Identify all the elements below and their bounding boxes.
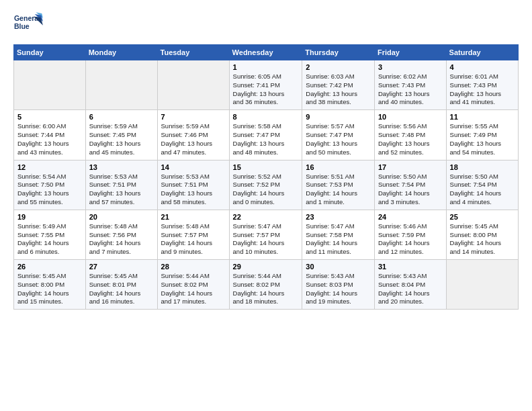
day-info: Sunrise: 5:47 AMSunset: 7:57 PMDaylight:… xyxy=(233,222,299,257)
calendar-table: SundayMondayTuesdayWednesdayThursdayFrid… xyxy=(13,44,519,310)
day-number: 6 xyxy=(89,113,154,121)
calendar-cell-w3d7: 18Sunrise: 5:50 AMSunset: 7:54 PMDayligh… xyxy=(446,160,518,210)
calendar-cell-w1d5: 2Sunrise: 6:03 AMSunset: 7:42 PMDaylight… xyxy=(302,60,375,110)
day-info: Sunrise: 5:55 AMSunset: 7:49 PMDaylight:… xyxy=(450,122,515,156)
weekday-header-row: SundayMondayTuesdayWednesdayThursdayFrid… xyxy=(14,45,519,60)
weekday-tuesday: Tuesday xyxy=(157,45,229,60)
weekday-thursday: Thursday xyxy=(302,45,375,60)
calendar-cell-w1d7: 4Sunrise: 6:01 AMSunset: 7:43 PMDaylight… xyxy=(446,60,518,110)
day-info: Sunrise: 5:45 AMSunset: 8:01 PMDaylight:… xyxy=(89,272,154,306)
day-info: Sunrise: 5:59 AMSunset: 7:46 PMDaylight:… xyxy=(161,122,226,156)
calendar-cell-w1d4: 1Sunrise: 6:05 AMSunset: 7:41 PMDaylight… xyxy=(229,60,302,110)
calendar-cell-w3d4: 15Sunrise: 5:52 AMSunset: 7:52 PMDayligh… xyxy=(229,160,302,210)
calendar-body: 1Sunrise: 6:05 AMSunset: 7:41 PMDaylight… xyxy=(14,60,519,310)
calendar-week-2: 5Sunrise: 6:00 AMSunset: 7:44 PMDaylight… xyxy=(14,110,519,160)
calendar-cell-w5d7 xyxy=(446,260,518,310)
calendar-cell-w1d3 xyxy=(157,60,229,110)
day-number: 11 xyxy=(450,113,515,121)
day-info: Sunrise: 6:03 AMSunset: 7:42 PMDaylight:… xyxy=(306,73,371,107)
calendar-cell-w5d1: 26Sunrise: 5:45 AMSunset: 8:00 PMDayligh… xyxy=(14,260,86,310)
calendar-cell-w2d3: 7Sunrise: 5:59 AMSunset: 7:46 PMDaylight… xyxy=(157,110,229,160)
svg-text:Blue: Blue xyxy=(14,22,30,30)
day-info: Sunrise: 5:57 AMSunset: 7:47 PMDaylight:… xyxy=(306,122,371,156)
calendar-cell-w4d1: 19Sunrise: 5:49 AMSunset: 7:55 PMDayligh… xyxy=(14,210,86,259)
day-info: Sunrise: 5:59 AMSunset: 7:45 PMDaylight:… xyxy=(89,122,154,156)
day-info: Sunrise: 5:56 AMSunset: 7:48 PMDaylight:… xyxy=(378,122,443,156)
day-info: Sunrise: 5:50 AMSunset: 7:54 PMDaylight:… xyxy=(450,173,515,207)
day-number: 21 xyxy=(161,213,226,221)
calendar-cell-w4d5: 23Sunrise: 5:47 AMSunset: 7:58 PMDayligh… xyxy=(302,210,375,259)
calendar-cell-w3d5: 16Sunrise: 5:51 AMSunset: 7:53 PMDayligh… xyxy=(302,160,375,210)
calendar-cell-w1d2 xyxy=(85,60,157,110)
day-info: Sunrise: 5:51 AMSunset: 7:53 PMDaylight:… xyxy=(306,173,371,207)
logo-svg: General Blue xyxy=(13,11,43,36)
calendar-cell-w1d6: 3Sunrise: 6:02 AMSunset: 7:43 PMDaylight… xyxy=(374,60,446,110)
day-info: Sunrise: 5:47 AMSunset: 7:58 PMDaylight:… xyxy=(306,222,371,257)
day-number: 30 xyxy=(306,263,371,271)
day-number: 10 xyxy=(378,113,443,121)
logo: General Blue xyxy=(13,11,44,36)
day-number: 25 xyxy=(450,213,515,221)
day-number: 15 xyxy=(233,163,299,171)
calendar-week-4: 19Sunrise: 5:49 AMSunset: 7:55 PMDayligh… xyxy=(14,210,519,259)
day-info: Sunrise: 5:49 AMSunset: 7:55 PMDaylight:… xyxy=(17,222,82,257)
day-number: 22 xyxy=(233,213,299,221)
calendar-cell-w2d4: 8Sunrise: 5:58 AMSunset: 7:47 PMDaylight… xyxy=(229,110,302,160)
calendar-cell-w2d7: 11Sunrise: 5:55 AMSunset: 7:49 PMDayligh… xyxy=(446,110,518,160)
day-info: Sunrise: 5:50 AMSunset: 7:54 PMDaylight:… xyxy=(378,173,443,207)
day-info: Sunrise: 5:58 AMSunset: 7:47 PMDaylight:… xyxy=(233,122,299,156)
day-number: 2 xyxy=(306,63,371,71)
day-info: Sunrise: 5:53 AMSunset: 7:51 PMDaylight:… xyxy=(89,173,154,207)
calendar-cell-w3d2: 13Sunrise: 5:53 AMSunset: 7:51 PMDayligh… xyxy=(85,160,157,210)
calendar-cell-w5d5: 30Sunrise: 5:43 AMSunset: 8:03 PMDayligh… xyxy=(302,260,375,310)
calendar-cell-w3d1: 12Sunrise: 5:54 AMSunset: 7:50 PMDayligh… xyxy=(14,160,86,210)
calendar-cell-w2d6: 10Sunrise: 5:56 AMSunset: 7:48 PMDayligh… xyxy=(374,110,446,160)
day-info: Sunrise: 5:44 AMSunset: 8:02 PMDaylight:… xyxy=(233,272,299,306)
day-info: Sunrise: 5:48 AMSunset: 7:57 PMDaylight:… xyxy=(161,222,226,257)
calendar-cell-w2d5: 9Sunrise: 5:57 AMSunset: 7:47 PMDaylight… xyxy=(302,110,375,160)
calendar-week-1: 1Sunrise: 6:05 AMSunset: 7:41 PMDaylight… xyxy=(14,60,519,110)
weekday-sunday: Sunday xyxy=(14,45,86,60)
day-info: Sunrise: 6:00 AMSunset: 7:44 PMDaylight:… xyxy=(17,122,82,156)
day-info: Sunrise: 5:54 AMSunset: 7:50 PMDaylight:… xyxy=(17,173,82,207)
day-number: 27 xyxy=(89,263,154,271)
day-number: 9 xyxy=(306,113,371,121)
calendar-cell-w5d3: 28Sunrise: 5:44 AMSunset: 8:02 PMDayligh… xyxy=(157,260,229,310)
day-number: 23 xyxy=(306,213,371,221)
calendar-cell-w5d4: 29Sunrise: 5:44 AMSunset: 8:02 PMDayligh… xyxy=(229,260,302,310)
day-number: 7 xyxy=(161,113,226,121)
day-number: 17 xyxy=(378,163,443,171)
day-info: Sunrise: 5:45 AMSunset: 8:00 PMDaylight:… xyxy=(450,222,515,257)
day-number: 16 xyxy=(306,163,371,171)
day-number: 26 xyxy=(17,263,82,271)
day-number: 4 xyxy=(450,63,515,71)
day-info: Sunrise: 6:01 AMSunset: 7:43 PMDaylight:… xyxy=(450,73,515,107)
calendar-cell-w2d1: 5Sunrise: 6:00 AMSunset: 7:44 PMDaylight… xyxy=(14,110,86,160)
day-info: Sunrise: 5:45 AMSunset: 8:00 PMDaylight:… xyxy=(17,272,82,306)
page-header: General Blue xyxy=(13,11,519,36)
day-number: 14 xyxy=(161,163,226,171)
day-number: 19 xyxy=(17,213,82,221)
day-number: 24 xyxy=(378,213,443,221)
day-info: Sunrise: 6:02 AMSunset: 7:43 PMDaylight:… xyxy=(378,73,443,107)
weekday-wednesday: Wednesday xyxy=(229,45,302,60)
day-number: 28 xyxy=(161,263,226,271)
day-info: Sunrise: 5:46 AMSunset: 7:59 PMDaylight:… xyxy=(378,222,443,257)
calendar-cell-w1d1 xyxy=(14,60,86,110)
calendar-cell-w5d6: 31Sunrise: 5:43 AMSunset: 8:04 PMDayligh… xyxy=(374,260,446,310)
day-number: 1 xyxy=(233,63,299,71)
day-info: Sunrise: 5:48 AMSunset: 7:56 PMDaylight:… xyxy=(89,222,154,257)
calendar-cell-w4d3: 21Sunrise: 5:48 AMSunset: 7:57 PMDayligh… xyxy=(157,210,229,259)
calendar-cell-w3d3: 14Sunrise: 5:53 AMSunset: 7:51 PMDayligh… xyxy=(157,160,229,210)
day-number: 20 xyxy=(89,213,154,221)
day-number: 5 xyxy=(17,113,82,121)
day-info: Sunrise: 5:53 AMSunset: 7:51 PMDaylight:… xyxy=(161,173,226,207)
calendar-cell-w2d2: 6Sunrise: 5:59 AMSunset: 7:45 PMDaylight… xyxy=(85,110,157,160)
calendar-cell-w4d7: 25Sunrise: 5:45 AMSunset: 8:00 PMDayligh… xyxy=(446,210,518,259)
weekday-friday: Friday xyxy=(374,45,446,60)
day-number: 31 xyxy=(378,263,443,271)
day-number: 13 xyxy=(89,163,154,171)
weekday-saturday: Saturday xyxy=(446,45,518,60)
day-info: Sunrise: 6:05 AMSunset: 7:41 PMDaylight:… xyxy=(233,73,299,107)
day-number: 8 xyxy=(233,113,299,121)
